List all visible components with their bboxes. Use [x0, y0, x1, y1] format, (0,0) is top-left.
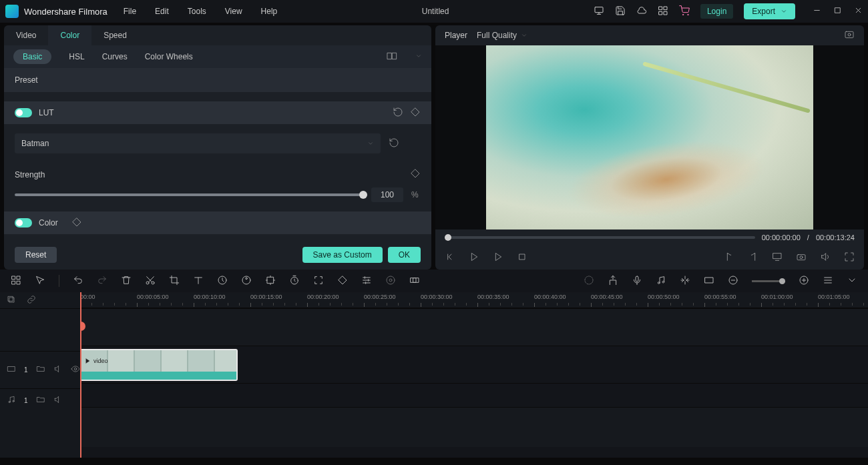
chevron-down-icon[interactable] — [415, 52, 422, 61]
fullscreen-icon[interactable] — [844, 252, 855, 264]
svg-point-27 — [387, 276, 395, 284]
cloud-icon[interactable] — [636, 5, 647, 18]
track-copy-icon[interactable] — [7, 295, 16, 306]
aspect-icon[interactable] — [704, 275, 714, 288]
audio-mixer-icon[interactable] — [656, 275, 666, 288]
close-icon[interactable] — [854, 6, 863, 17]
mic-icon[interactable] — [632, 275, 642, 288]
volume-icon[interactable] — [820, 252, 831, 264]
mute-icon[interactable] — [53, 364, 63, 376]
color-tool-icon[interactable] — [241, 275, 252, 288]
menu-file[interactable]: File — [124, 7, 136, 16]
ruler-tick: 00:00:20:00 — [307, 294, 339, 300]
lut-reset-icon[interactable] — [393, 107, 403, 119]
crop-icon[interactable] — [169, 275, 180, 288]
quality-select[interactable]: Full Quality — [477, 31, 527, 40]
scrub-slider[interactable] — [445, 236, 755, 239]
transform-icon[interactable] — [265, 275, 276, 288]
eye-icon[interactable] — [71, 364, 80, 376]
zoom-out-icon[interactable] — [728, 275, 738, 288]
monitor-icon[interactable] — [594, 5, 604, 18]
export-button[interactable]: Export — [744, 3, 795, 19]
redo-icon[interactable] — [97, 275, 107, 288]
preset-label: Preset — [15, 75, 38, 85]
tab-speed[interactable]: Speed — [91, 25, 139, 45]
text-icon[interactable] — [193, 275, 204, 288]
preset-section[interactable]: Preset — [4, 68, 431, 92]
lut-toggle[interactable] — [15, 108, 32, 117]
next-frame-icon[interactable] — [493, 252, 503, 264]
lut-select[interactable]: Batman — [15, 133, 381, 153]
lut-keyframe-icon[interactable] — [410, 107, 421, 119]
mark-in-icon[interactable] — [724, 252, 734, 264]
menu-tools[interactable]: Tools — [188, 7, 206, 16]
duration-icon[interactable] — [289, 275, 300, 288]
strength-slider[interactable] — [15, 193, 363, 196]
mark-out-icon[interactable] — [748, 252, 758, 264]
strength-keyframe-icon[interactable] — [410, 168, 421, 181]
subtab-hsl[interactable]: HSL — [69, 52, 84, 61]
tab-color[interactable]: Color — [48, 25, 91, 45]
zoom-in-icon[interactable] — [799, 275, 809, 288]
login-button[interactable]: Login — [700, 4, 733, 19]
menu-edit[interactable]: Edit — [155, 7, 169, 16]
list-view-icon[interactable] — [823, 275, 833, 288]
audio-folder-icon[interactable] — [36, 395, 45, 406]
delete-icon[interactable] — [121, 275, 132, 288]
video-track-icon — [7, 364, 16, 376]
camera-icon[interactable] — [796, 252, 807, 264]
color-toggle[interactable] — [15, 218, 32, 227]
time-ruler[interactable]: 00:0000:00:05:0000:00:10:0000:00:15:0000… — [80, 292, 868, 308]
undo-icon[interactable] — [73, 275, 83, 288]
menu-view[interactable]: View — [225, 7, 242, 16]
lut-select-reset-icon[interactable] — [389, 137, 399, 150]
ruler-tick: 00:00:50:00 — [648, 294, 680, 300]
record-icon[interactable] — [385, 275, 396, 288]
ok-button[interactable]: OK — [388, 247, 421, 263]
folder-icon[interactable] — [36, 364, 45, 376]
zoom-slider[interactable] — [752, 280, 785, 282]
cart-icon[interactable] — [679, 5, 690, 18]
prev-frame-icon[interactable] — [445, 252, 455, 264]
strength-value[interactable]: 100 — [371, 187, 403, 202]
time-total: 00:00:13:24 — [816, 234, 855, 242]
play-icon[interactable] — [469, 252, 479, 264]
speed-icon[interactable] — [217, 275, 228, 288]
svg-rect-35 — [705, 278, 713, 283]
track-link-icon[interactable] — [27, 295, 36, 306]
display-icon[interactable] — [772, 252, 783, 264]
group-icon[interactable] — [409, 275, 420, 288]
maximize-icon[interactable] — [833, 6, 842, 17]
tab-video[interactable]: Video — [4, 25, 48, 45]
more-icon[interactable] — [847, 275, 857, 288]
marker-add-icon[interactable] — [584, 275, 594, 288]
subtab-curves[interactable]: Curves — [102, 52, 128, 61]
minimize-icon[interactable] — [813, 6, 821, 17]
adjust-icon[interactable] — [361, 275, 372, 288]
render-icon[interactable] — [680, 275, 690, 288]
playhead[interactable] — [80, 292, 81, 458]
preview-viewport — [435, 45, 864, 229]
save-custom-button[interactable]: Save as Custom — [302, 247, 383, 263]
marker-icon[interactable] — [608, 275, 618, 288]
stop-icon[interactable] — [517, 252, 527, 264]
save-icon[interactable] — [615, 5, 626, 18]
subtab-basic[interactable]: Basic — [13, 49, 51, 64]
ruler-tick: 00:00:30:00 — [421, 294, 453, 300]
cut-icon[interactable] — [145, 275, 156, 288]
layout-icon[interactable] — [11, 275, 21, 288]
video-clip[interactable]: video — [80, 349, 238, 381]
select-tool-icon[interactable] — [35, 275, 45, 288]
snapshot-icon[interactable] — [844, 29, 855, 42]
compare-icon[interactable] — [386, 51, 398, 63]
reset-button[interactable]: Reset — [15, 247, 57, 263]
color-keyframe-icon[interactable] — [71, 217, 82, 229]
lut-selected-value: Batman — [21, 139, 49, 148]
menu-help[interactable]: Help — [261, 7, 278, 16]
svg-rect-19 — [17, 281, 20, 284]
fit-icon[interactable] — [313, 275, 324, 288]
subtab-colorwheels[interactable]: Color Wheels — [145, 52, 193, 61]
audio-mute-icon[interactable] — [53, 395, 63, 406]
apps-icon[interactable] — [658, 5, 668, 18]
keyframe-tool-icon[interactable] — [337, 275, 348, 288]
